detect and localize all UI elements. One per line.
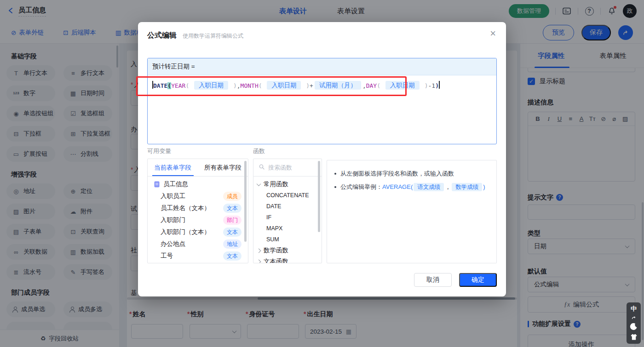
- modal-subtitle: 使用数学运算符编辑公式: [183, 32, 243, 40]
- functions-label: 函数: [253, 147, 265, 155]
- function-search: [253, 159, 322, 176]
- variable-type-badge: 部门: [223, 216, 242, 225]
- variable-row[interactable]: 入职员工成员: [148, 190, 248, 202]
- formula-box: 预计转正日期 = DATE(YEAR( 入职日期 ),MONTH( 入职日期 )…: [147, 58, 497, 144]
- app-window: 员工信息 表单设计 表单设置 数据管理 ? 政 ⊘表单外链⊡后端脚本▥数据权 预…: [0, 0, 644, 347]
- variable-row[interactable]: 办公地点地址: [148, 238, 248, 250]
- modal-footer: 取消 确定: [414, 273, 497, 287]
- variable-type-badge: 地址: [223, 239, 242, 249]
- modal-title: 公式编辑: [147, 31, 177, 40]
- functions-panel: 常用函数CONCATENATEDATEIFMAPXSUM数学函数文本函数: [253, 159, 322, 263]
- variable-row[interactable]: 入职部门（文本）文本: [148, 226, 248, 238]
- formula-token-op: -1: [428, 82, 436, 89]
- variable-name: 入职部门: [161, 216, 185, 224]
- variable-root-row[interactable]: 员工信息: [148, 178, 248, 190]
- function-item[interactable]: MAPX: [253, 223, 322, 234]
- help-line-2: 公式编辑举例：AVERAGE(语文成绩，数学成绩): [334, 183, 489, 191]
- variable-name: 入职员工: [161, 192, 185, 200]
- close-icon[interactable]: ×: [490, 28, 496, 39]
- formula-help-box: 从左侧面板选择字段名和函数，或输入函数 公式编辑举例：AVERAGE(语文成绩，…: [327, 160, 497, 263]
- function-group[interactable]: 数学函数: [253, 245, 322, 256]
- variables-scrollbar[interactable]: [244, 161, 247, 242]
- help-segment-pill: 数学成绩: [452, 183, 482, 191]
- variable-row[interactable]: 入职部门部门: [148, 214, 248, 226]
- browser-extension-widget: 中: [627, 302, 641, 344]
- formula-token-paren: ): [421, 82, 428, 89]
- theme-shirt-icon[interactable]: [630, 334, 638, 342]
- active-tab-underline: [152, 175, 194, 176]
- help-line-1: 从左侧面板选择字段名和函数，或输入函数: [334, 170, 489, 178]
- chevron-right-icon: [257, 259, 261, 263]
- help-segment-text: 公式编辑举例：: [340, 183, 382, 190]
- formula-editor-modal: 公式编辑 使用数学运算符编辑公式 × 预计转正日期 = DATE(YEAR( 入…: [138, 22, 506, 296]
- formula-result-label: 预计转正日期 =: [148, 58, 496, 75]
- help-segment-fn: AVERAGE(: [382, 183, 413, 190]
- variable-type-badge: 成员: [223, 192, 242, 201]
- variable-name: 入职部门（文本）: [161, 228, 210, 236]
- variables-tabs: 当前表单字段 所有表单字段: [148, 159, 248, 176]
- variables-list: 员工信息入职员工成员员工姓名（文本）文本入职部门部门入职部门（文本）文本办公地点…: [148, 176, 248, 263]
- variable-name: 办公地点: [161, 240, 185, 248]
- functions-scrollbar[interactable]: [318, 161, 320, 232]
- cancel-button[interactable]: 取消: [414, 273, 452, 287]
- confirm-button[interactable]: 确定: [459, 273, 497, 287]
- variable-type-badge: 文本: [223, 251, 242, 261]
- help-segment-text: ，: [445, 183, 451, 190]
- chevron-right-icon: [257, 248, 261, 253]
- variable-root-label: 员工信息: [163, 180, 188, 188]
- function-search-input[interactable]: [268, 164, 314, 171]
- variable-type-badge: 文本: [223, 228, 242, 237]
- tab-current-form-fields[interactable]: 当前表单字段: [148, 159, 198, 176]
- variable-type-badge: 文本: [223, 204, 242, 213]
- variable-name: 工号: [161, 252, 173, 260]
- help-example: 公式编辑举例：AVERAGE(语文成绩，数学成绩): [340, 183, 485, 191]
- translate-icon[interactable]: 中: [631, 306, 637, 312]
- function-item[interactable]: CONCATENATE: [253, 190, 322, 201]
- function-group[interactable]: 文本函数: [253, 256, 322, 263]
- function-group-label: 文本函数: [264, 257, 288, 263]
- function-group-label: 常用函数: [264, 180, 288, 188]
- document-icon: [154, 181, 160, 188]
- formula-token-fn1: ): [435, 82, 439, 89]
- function-group-label: 数学函数: [264, 246, 288, 255]
- functions-list: 常用函数CONCATENATEDATEIFMAPXSUM数学函数文本函数: [253, 176, 322, 263]
- variable-row[interactable]: [148, 262, 248, 263]
- function-item[interactable]: SUM: [253, 234, 322, 245]
- search-icon: [259, 164, 265, 171]
- tab-all-form-fields[interactable]: 所有表单字段: [198, 159, 248, 176]
- modal-header: 公式编辑 使用数学运算符编辑公式: [138, 22, 506, 40]
- help-segment-fn: ): [483, 183, 485, 190]
- annotation-highlight-box: [136, 76, 407, 96]
- function-item[interactable]: DATE: [253, 201, 322, 212]
- function-item[interactable]: IF: [253, 212, 322, 223]
- variables-label: 可用变量: [147, 147, 171, 155]
- translate-arrow-icon: [632, 313, 636, 321]
- variable-row[interactable]: 员工姓名（文本）文本: [148, 202, 248, 214]
- function-group[interactable]: 常用函数: [253, 179, 322, 190]
- formula-token-caret: [439, 81, 440, 89]
- variables-panel: 当前表单字段 所有表单字段 员工信息入职员工成员员工姓名（文本）文本入职部门部门…: [147, 159, 248, 263]
- variable-name: 员工姓名（文本）: [161, 204, 210, 212]
- chevron-down-icon: [257, 182, 261, 186]
- dark-mode-moon-icon[interactable]: [630, 323, 638, 332]
- help-segment-pill: 语文成绩: [414, 183, 444, 191]
- variable-row[interactable]: 工号文本: [148, 250, 248, 262]
